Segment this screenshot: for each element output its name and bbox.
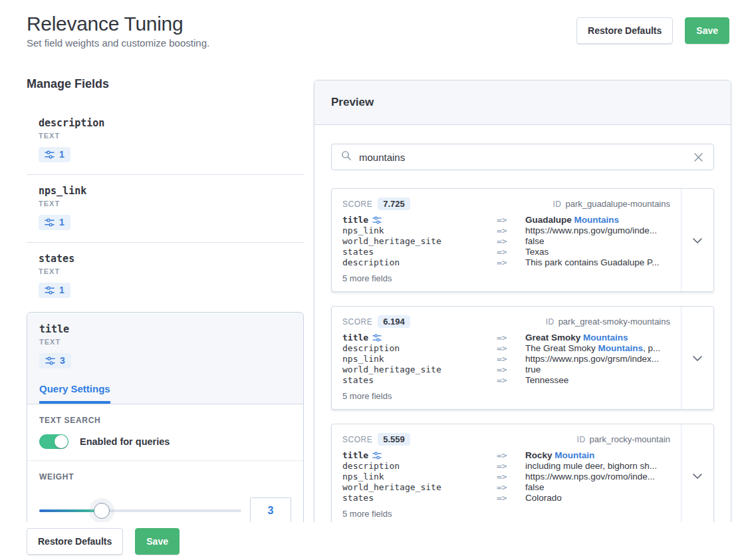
result-card: SCORE5.559IDpark_rocky-mountaintitle=>Ro… xyxy=(331,424,714,527)
result-field-row: description=>The Great Smoky Mountains, … xyxy=(342,343,670,354)
field-weight-badge: 1 xyxy=(39,147,70,162)
result-field-value: Guadalupe Mountains xyxy=(525,215,670,225)
result-field-row: title=>Great Smoky Mountains xyxy=(342,333,670,343)
header-actions: Restore Defaults Save xyxy=(576,17,729,44)
id-value: park_guadalupe-mountains xyxy=(565,199,670,209)
field-arrow: => xyxy=(497,493,525,503)
chevron-down-icon xyxy=(693,235,702,245)
page-title: Relevance Tuning xyxy=(27,11,209,37)
field-type-label: TEXT xyxy=(39,200,304,208)
restore-defaults-button[interactable]: Restore Defaults xyxy=(576,17,673,44)
weight-value-input[interactable]: 3 xyxy=(250,497,291,524)
result-field-row: nps_link=>https://www.nps.gov/gumo/inde.… xyxy=(342,225,670,236)
result-field-row: world_heritage_site=>false xyxy=(342,236,670,247)
field-type-label: TEXT xyxy=(39,267,304,275)
tab-query-settings[interactable]: Query Settings xyxy=(39,383,110,404)
preview-panel: Preview SCORE7.725IDpark_guadalupe-mount… xyxy=(314,80,731,552)
result-field-row: states=>Texas xyxy=(342,247,670,257)
result-card: SCORE6.194IDpark_great-smoky-mountainsti… xyxy=(331,306,714,410)
result-field-row: title=>Rocky Mountain xyxy=(342,450,670,461)
expand-result-button[interactable] xyxy=(681,424,713,527)
toggle-knob xyxy=(55,435,68,448)
highlighted-term: Mountains xyxy=(583,333,628,343)
field-arrow: => xyxy=(497,472,525,482)
result-field-name: world_heritage_site xyxy=(342,364,497,375)
sliders-icon xyxy=(45,285,55,295)
text-search-heading: TEXT SEARCH xyxy=(39,416,291,425)
save-button[interactable]: Save xyxy=(685,17,729,44)
field-arrow: => xyxy=(497,236,525,247)
id-label: ID xyxy=(546,317,555,327)
field-item-description[interactable]: descriptionTEXT1 xyxy=(27,107,304,174)
highlighted-term: Mountains xyxy=(574,215,620,225)
result-card-body: SCORE6.194IDpark_great-smoky-mountainsti… xyxy=(332,307,681,409)
result-id: IDpark_guadalupe-mountains xyxy=(553,198,670,210)
field-weight-value: 1 xyxy=(59,217,64,228)
result-card: SCORE7.725IDpark_guadalupe-mountainstitl… xyxy=(331,188,714,292)
field-arrow: => xyxy=(497,375,525,386)
weight-heading: WEIGHT xyxy=(39,472,291,482)
field-item-nps_link[interactable]: nps_linkTEXT1 xyxy=(27,175,304,242)
field-item-states[interactable]: statesTEXT1 xyxy=(27,243,304,310)
result-field-name: title xyxy=(342,450,497,461)
results-list: SCORE7.725IDpark_guadalupe-mountainstitl… xyxy=(331,188,714,527)
relevance-tuning-page: Relevance Tuning Set field weights and c… xyxy=(0,0,740,560)
field-name: description xyxy=(39,117,304,129)
result-field-row: description=>This park contains Guadalup… xyxy=(342,257,670,268)
result-card-body: SCORE5.559IDpark_rocky-mountaintitle=>Ro… xyxy=(332,424,681,527)
page-header-titles: Relevance Tuning Set field weights and c… xyxy=(27,11,209,49)
field-arrow: => xyxy=(497,364,525,375)
field-arrow: => xyxy=(497,215,525,225)
restore-defaults-button-footer[interactable]: Restore Defaults xyxy=(27,528,123,555)
more-fields-link[interactable]: 5 more fields xyxy=(342,391,670,401)
result-field-name: nps_link xyxy=(342,472,497,482)
score-label: SCORE xyxy=(342,317,372,327)
weight-slider-thumb[interactable] xyxy=(94,503,110,519)
weight-slider-fill xyxy=(39,509,102,512)
search-input[interactable] xyxy=(359,152,685,163)
result-field-value: Rocky Mountain xyxy=(525,450,670,461)
field-arrow: => xyxy=(497,450,525,461)
sliders-icon xyxy=(372,333,382,343)
field-arrow: => xyxy=(497,461,525,472)
field-weight-badge: 1 xyxy=(39,283,70,298)
expand-result-button[interactable] xyxy=(681,307,713,409)
score-badge: 5.559 xyxy=(378,433,410,446)
result-field-value: The Great Smoky Mountains, p... xyxy=(525,343,670,354)
field-arrow: => xyxy=(497,343,525,354)
text-search-section: TEXT SEARCH Enabled for queries xyxy=(27,404,303,461)
text-search-toggle[interactable] xyxy=(39,434,68,449)
weight-slider[interactable] xyxy=(39,509,241,512)
result-field-row: nps_link=>https://www.nps.gov/romo/inde.… xyxy=(342,472,670,482)
result-field-name: world_heritage_site xyxy=(342,482,497,493)
result-field-value: Texas xyxy=(525,247,670,257)
result-score: SCORE7.725 xyxy=(342,198,410,210)
field-name: title xyxy=(39,323,291,335)
id-label: ID xyxy=(553,200,561,209)
preview-header: Preview xyxy=(314,80,731,125)
field-weight-badge: 1 xyxy=(39,215,70,230)
sliders-icon xyxy=(45,217,55,227)
result-field-row: states=>Tennessee xyxy=(342,375,670,386)
result-score: SCORE5.559 xyxy=(342,433,410,445)
page-footer: Restore Defaults Save xyxy=(0,522,740,560)
score-badge: 6.194 xyxy=(378,315,410,328)
save-button-footer[interactable]: Save xyxy=(135,528,180,555)
more-fields-link[interactable]: 5 more fields xyxy=(342,273,670,283)
manage-fields-section: Manage Fields descriptionTEXT1nps_linkTE… xyxy=(27,77,304,560)
result-card-head: SCORE6.194IDpark_great-smoky-mountains xyxy=(342,315,670,327)
clear-search-icon[interactable] xyxy=(693,152,704,163)
result-field-value: false xyxy=(525,236,670,247)
preview-heading: Preview xyxy=(331,96,714,109)
result-field-value: false xyxy=(525,482,670,493)
field-arrow: => xyxy=(497,247,525,257)
result-field-value: Great Smoky Mountains xyxy=(525,333,670,343)
more-fields-link[interactable]: 5 more fields xyxy=(342,509,670,519)
field-card-header[interactable]: title TEXT 3 Query Settings xyxy=(27,313,303,404)
preview-body: SCORE7.725IDpark_guadalupe-mountainstitl… xyxy=(314,125,731,552)
field-type-label: TEXT xyxy=(39,338,291,346)
field-arrow: => xyxy=(497,333,525,343)
result-field-value: Colorado xyxy=(525,493,670,503)
expand-result-button[interactable] xyxy=(681,189,713,291)
search-box xyxy=(331,144,714,170)
